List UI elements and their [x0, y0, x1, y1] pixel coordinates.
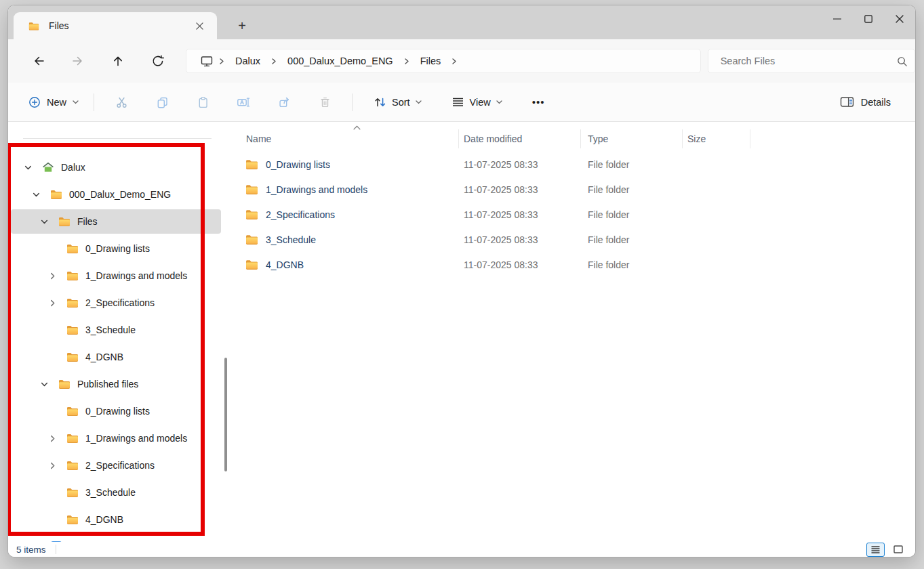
this-pc-icon[interactable] — [200, 55, 214, 68]
up-button[interactable] — [106, 49, 129, 72]
chevron-down-icon[interactable] — [23, 163, 33, 172]
sidebar-item-dalux[interactable]: Dalux — [8, 154, 225, 181]
sidebar-item-000-dalux-demo-eng[interactable]: 000_Dalux_Demo_ENG — [8, 181, 225, 208]
close-button[interactable] — [884, 5, 915, 33]
file-row-2-specifications[interactable]: 2_Specifications 11-07-2025 08:33 File f… — [230, 202, 915, 227]
new-tab-button[interactable]: + — [232, 16, 252, 35]
forward-button[interactable] — [66, 49, 89, 72]
more-options-button[interactable]: ••• — [527, 92, 550, 112]
breadcrumb-demo-eng[interactable]: 000_Dalux_Demo_ENG — [282, 53, 399, 69]
file-date-modified: 11-07-2025 08:33 — [459, 184, 581, 195]
column-header-label: Date modified — [464, 133, 522, 144]
status-divider — [56, 545, 56, 554]
column-header-type[interactable]: Type — [581, 129, 683, 148]
column-header-label: Name — [246, 133, 271, 144]
command-toolbar: New Sort View — [8, 83, 915, 122]
breadcrumb-chevron-icon[interactable] — [446, 58, 462, 65]
chevron-down-icon[interactable] — [39, 379, 49, 389]
sidebar-item-published-files[interactable]: Published files — [8, 371, 225, 398]
new-button[interactable]: New — [20, 91, 87, 113]
paste-button[interactable] — [189, 90, 216, 114]
sidebar-divider — [23, 138, 212, 139]
column-header-date-modified[interactable]: Date modified — [459, 129, 581, 148]
view-button[interactable]: View — [445, 92, 509, 112]
tab-files[interactable]: Files — [14, 12, 217, 39]
file-type: File folder — [581, 159, 683, 170]
delete-button[interactable] — [311, 90, 338, 114]
sidebar-item-label: 0_Drawing lists — [85, 243, 150, 254]
sidebar-item-2-specifications[interactable]: 2_Specifications — [8, 289, 225, 316]
cut-button[interactable] — [108, 90, 135, 114]
address-bar[interactable]: Dalux 000_Dalux_Demo_ENG Files — [186, 49, 701, 73]
search-box[interactable] — [708, 49, 915, 73]
folder-icon — [66, 487, 79, 498]
sidebar-item-3-schedule[interactable]: 3_Schedule — [8, 316, 225, 343]
details-button[interactable]: Details — [833, 91, 898, 112]
chevron-right-icon[interactable] — [47, 434, 57, 443]
window-controls — [822, 5, 915, 35]
sidebar-item-label: 000_Dalux_Demo_ENG — [69, 189, 171, 200]
chevron-down-icon[interactable] — [31, 190, 41, 199]
breadcrumb-chevron-icon[interactable] — [399, 58, 415, 65]
chevron-right-icon[interactable] — [47, 298, 57, 308]
sidebar-item-0-drawing-lists[interactable]: 0_Drawing lists — [8, 235, 225, 262]
details-icon — [840, 96, 854, 108]
sidebar-item-1-drawings-and-models-published[interactable]: 1_Drawings and models — [8, 425, 225, 452]
breadcrumb-dalux[interactable]: Dalux — [230, 53, 266, 69]
tab-close-icon[interactable] — [191, 18, 207, 34]
folder-icon — [245, 159, 258, 169]
refresh-button[interactable] — [146, 49, 169, 72]
sidebar-item-4-dgnb-published[interactable]: 4_DGNB — [8, 506, 225, 533]
sidebar-item-2-specifications-published[interactable]: 2_Specifications — [8, 452, 225, 479]
file-name: 1_Drawings and models — [266, 184, 367, 195]
rename-button[interactable] — [230, 90, 257, 114]
breadcrumb-chevron-icon[interactable] — [214, 58, 230, 65]
toolbar-divider — [352, 93, 353, 111]
sidebar-item-label: 4_DGNB — [85, 514, 123, 525]
sidebar-item-0-drawing-lists-published[interactable]: 0_Drawing lists — [8, 398, 225, 425]
sidebar-item-files[interactable]: Files — [8, 208, 225, 235]
share-button[interactable] — [270, 90, 298, 114]
folder-icon — [245, 259, 258, 270]
column-header-size[interactable]: Size — [683, 129, 750, 148]
folder-icon — [245, 234, 258, 245]
navigation-pane: Dalux 000_Dalux_Demo_ENG Files 0_Drawing… — [8, 122, 232, 542]
sidebar-scrollbar-thumb[interactable] — [224, 358, 227, 471]
copy-button[interactable] — [148, 90, 176, 114]
sidebar-item-label: Dalux ApS — [69, 541, 113, 542]
chevron-down-icon[interactable] — [39, 217, 49, 226]
sidebar-item-4-dgnb[interactable]: 4_DGNB — [8, 343, 225, 371]
sort-button[interactable]: Sort — [367, 91, 428, 113]
sidebar-item-dalux-aps[interactable]: Dalux ApS — [8, 533, 225, 542]
search-icon[interactable] — [896, 56, 908, 67]
file-date-modified: 11-07-2025 08:33 — [459, 259, 581, 270]
sidebar-item-3-schedule-published[interactable]: 3_Schedule — [8, 479, 225, 506]
details-view-toggle[interactable] — [866, 543, 885, 557]
folder-icon — [66, 406, 79, 417]
minimize-button[interactable] — [822, 5, 853, 33]
breadcrumb-files[interactable]: Files — [415, 53, 447, 69]
large-icons-view-toggle[interactable] — [889, 543, 907, 557]
sidebar-item-label: 3_Schedule — [85, 487, 136, 498]
file-type: File folder — [581, 234, 683, 245]
file-list-area: Name Date modified Type Size 0_Drawing — [230, 122, 915, 542]
details-button-label: Details — [861, 97, 891, 108]
file-row-1-drawings-and-models[interactable]: 1_Drawings and models 11-07-2025 08:33 F… — [230, 177, 915, 202]
file-name: 2_Specifications — [266, 209, 335, 220]
folder-icon — [66, 324, 79, 335]
sidebar-item-1-drawings-and-models[interactable]: 1_Drawings and models — [8, 262, 225, 289]
file-row-4-dgnb[interactable]: 4_DGNB 11-07-2025 08:33 File folder — [230, 252, 915, 277]
status-bar: 5 items — [8, 542, 915, 557]
search-input[interactable] — [719, 55, 896, 67]
maximize-button[interactable] — [853, 5, 884, 33]
new-icon — [28, 96, 41, 108]
breadcrumb-chevron-icon[interactable] — [266, 58, 282, 65]
chevron-right-icon[interactable] — [47, 271, 57, 280]
file-row-3-schedule[interactable]: 3_Schedule 11-07-2025 08:33 File folder — [230, 227, 915, 252]
column-header-name[interactable]: Name — [230, 129, 459, 148]
file-name: 3_Schedule — [266, 234, 316, 245]
back-button[interactable] — [26, 49, 49, 72]
chevron-spacer — [47, 352, 57, 362]
file-row-0-drawing-lists[interactable]: 0_Drawing lists 11-07-2025 08:33 File fo… — [230, 152, 915, 177]
chevron-right-icon[interactable] — [47, 461, 57, 470]
